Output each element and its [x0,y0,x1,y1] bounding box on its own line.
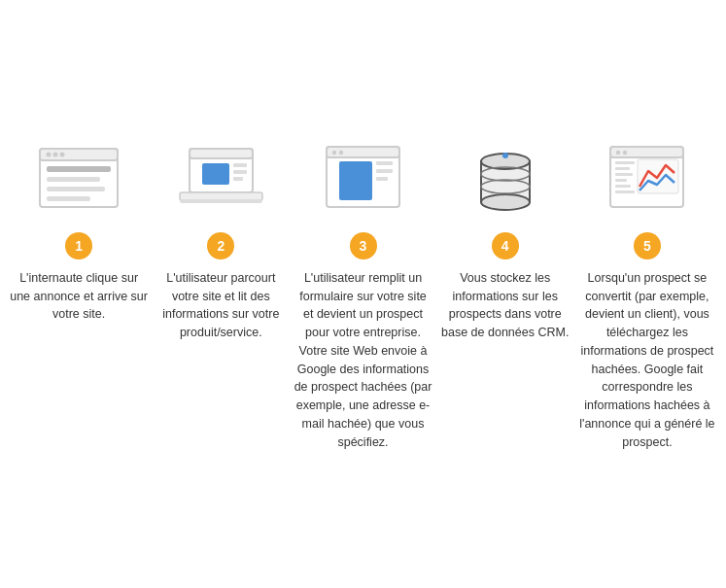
svg-point-27 [481,194,530,210]
badge-4: 4 [492,232,519,259]
svg-rect-24 [376,177,388,181]
svg-point-3 [53,153,58,157]
step-2: 2 L'utilisateur parcourt votre site et l… [152,137,290,342]
step-4-text: Vous stockez les informations sur les pr… [436,269,574,342]
svg-rect-14 [233,177,243,181]
step-5-text: Lorsqu'un prospect se convertit (par exe… [578,269,716,452]
svg-rect-7 [47,187,105,191]
svg-rect-13 [233,170,247,174]
laptop-icon [175,144,267,217]
svg-rect-22 [376,161,393,165]
svg-point-20 [339,151,343,155]
svg-rect-12 [233,163,247,167]
browser-form-icon [322,144,404,217]
svg-rect-11 [202,163,229,185]
badge-1: 1 [65,232,92,259]
icon-area-3 [294,137,432,225]
step-5: 5 Lorsqu'un prospect se convertit (par e… [578,137,716,452]
icon-area-2 [152,137,290,225]
step-1-text: L'internaute clique sur une annonce et a… [10,269,148,324]
browser-ad-icon [35,144,122,217]
svg-point-19 [332,151,336,155]
svg-rect-15 [180,192,262,200]
step-4: 4 Vous stockez les informations sur les … [436,137,574,342]
icon-area-4 [436,137,574,225]
step-2-text: L'utilisateur parcourt votre site et lit… [152,269,290,342]
svg-point-2 [47,153,52,157]
svg-point-34 [623,151,627,155]
svg-rect-37 [615,173,633,176]
svg-rect-8 [47,196,90,201]
svg-rect-16 [180,199,262,203]
badge-3: 3 [350,232,377,259]
svg-rect-40 [615,190,635,193]
svg-point-4 [60,153,65,157]
svg-rect-21 [339,161,372,200]
svg-rect-39 [615,185,631,188]
step-3-text: L'utilisateur remplit un formulaire sur … [294,269,432,452]
steps-container: 1 L'internaute clique sur une annonce et… [10,137,716,452]
browser-chart-icon [605,144,688,217]
icon-area-1 [10,137,148,225]
svg-point-30 [502,153,508,158]
svg-rect-36 [615,167,630,170]
badge-2: 2 [207,232,234,259]
svg-rect-6 [47,177,100,182]
database-icon [467,142,544,220]
svg-point-33 [616,151,620,155]
svg-rect-18 [327,147,399,157]
step-3: 3 L'utilisateur remplit un formulaire su… [294,137,432,452]
svg-rect-35 [615,161,635,164]
icon-area-5 [578,137,716,225]
svg-rect-1 [40,149,118,160]
svg-rect-32 [610,147,683,157]
step-1: 1 L'internaute clique sur une annonce et… [10,137,148,324]
svg-rect-23 [376,169,393,173]
svg-rect-5 [47,166,111,172]
svg-rect-38 [615,179,627,182]
badge-5: 5 [634,232,661,259]
svg-rect-10 [190,149,253,158]
